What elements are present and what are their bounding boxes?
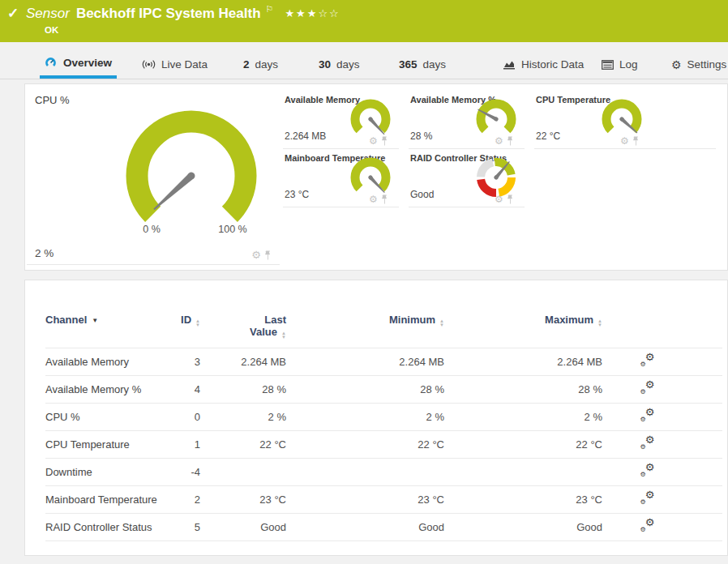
gauge-tile-cpu-temperature[interactable]: CPU Temperature 22 °C ⚙ <box>534 91 716 149</box>
gauge-icon <box>45 57 58 69</box>
tab-live-data[interactable]: Live Data <box>137 50 212 79</box>
tab-30-days[interactable]: 30days <box>314 50 365 79</box>
sensor-header: ✓ SensorBeckhoff IPC System Health⚐★★★☆☆… <box>0 0 728 42</box>
gauge-corner-icons[interactable]: ⚙ <box>620 136 640 146</box>
table-row-available-memory: Available Memory % 4 28 % 28 % 28 % ⚙⚙ <box>45 375 722 403</box>
tab-log[interactable]: Log <box>597 50 643 79</box>
sort-icon: ▲▼ <box>597 319 602 327</box>
channel-settings-icon[interactable]: ⚙⚙ <box>640 382 655 395</box>
column-header-id[interactable]: ID▲▼ <box>163 314 203 348</box>
sort-icon: ▲▼ <box>439 319 444 327</box>
gauge-settings-gear-icon[interactable]: ⚙ <box>495 136 503 146</box>
gauge-tile-cpu-percent[interactable]: CPU % 0 % 100 % 2 % ⚙ <box>27 84 280 265</box>
sort-icon: ▲▼ <box>195 319 200 327</box>
gauge-value: Good <box>410 189 434 200</box>
gauge-tile-raid-controller-status[interactable]: RAID Controller Status Good ⚙ <box>409 149 525 207</box>
gauge-tile-mainboard-temperature[interactable]: Mainboard Temperature 23 °C ⚙ <box>283 149 399 207</box>
status-ok-check-icon: ✓ <box>7 5 19 22</box>
table-row-cpu: CPU % 0 2 % 2 % 2 % ⚙⚙ <box>45 403 722 430</box>
cell-last-value: 28 % <box>203 383 293 395</box>
cell-minimum: 28 % <box>293 383 451 395</box>
channel-settings-icon[interactable]: ⚙⚙ <box>640 464 655 477</box>
channel-settings-icon[interactable]: ⚙⚙ <box>640 519 655 532</box>
channel-settings-icon[interactable]: ⚙⚙ <box>640 437 655 450</box>
cell-channel: Downtime <box>45 466 163 478</box>
tab-2-days[interactable]: 2days <box>238 50 283 79</box>
pin-icon <box>632 136 640 146</box>
pin-icon <box>507 136 514 146</box>
tab-bar: Overview Live Data2days30days365days His… <box>0 50 728 79</box>
cell-id: 3 <box>163 356 203 368</box>
column-header-last-value[interactable]: Last Value▲▼ <box>203 314 293 348</box>
broadcast-icon <box>142 59 156 70</box>
cell-id: 1 <box>163 438 203 451</box>
raid-controller-status-gauge <box>474 155 518 199</box>
cell-id: 2 <box>163 494 203 506</box>
column-header-channel[interactable]: Channel▼ <box>45 314 163 348</box>
priority-stars[interactable]: ★★★☆☆ <box>285 7 340 19</box>
cell-id: -4 <box>163 466 203 478</box>
cell-id: 4 <box>163 383 203 395</box>
pin-icon <box>507 194 514 204</box>
cell-channel: CPU Temperature <box>45 438 163 451</box>
stars-filled: ★★★ <box>285 7 318 19</box>
tab-settings[interactable]: ⚙Settings <box>666 50 728 79</box>
sort-icon: ▲▼ <box>281 331 286 340</box>
channel-settings-icon[interactable]: ⚙⚙ <box>640 409 655 422</box>
gauge-value: 23 °C <box>285 189 309 200</box>
gauges-panel: CPU % 0 % 100 % 2 % ⚙ Available Memory 2… <box>24 83 728 271</box>
tab-label: days <box>255 58 279 70</box>
gauge-corner-icons[interactable]: ⚙ <box>251 250 272 260</box>
cell-minimum: 22 °C <box>293 438 451 451</box>
gauge-value: 2.264 MB <box>285 130 326 142</box>
cell-maximum: Good <box>451 521 609 533</box>
cell-last-value: 22 °C <box>203 438 293 451</box>
channel-settings-icon[interactable]: ⚙⚙ <box>640 354 655 367</box>
cell-minimum: 2 % <box>293 411 451 423</box>
table-row-cpu-temperature: CPU Temperature 1 22 °C 22 °C 22 °C ⚙⚙ <box>45 430 722 458</box>
cell-maximum: 2.264 MB <box>451 356 609 368</box>
gauge-corner-icons[interactable]: ⚙ <box>495 194 514 204</box>
gauge-corner-icons[interactable]: ⚙ <box>495 136 514 146</box>
gauge-settings-gear-icon[interactable]: ⚙ <box>369 194 378 204</box>
channels-panel: Channel▼ ID▲▼ Last Value▲▼ Minimum▲▼ Max… <box>24 280 728 556</box>
tab-label: Historic Data <box>521 58 584 70</box>
tab-overview[interactable]: Overview <box>40 50 117 79</box>
tab-label: days <box>336 58 360 70</box>
gauge-value: 28 % <box>410 130 432 142</box>
pin-icon <box>381 136 388 146</box>
priority-flag-icon[interactable]: ⚐ <box>266 4 274 14</box>
gauge-corner-icons[interactable]: ⚙ <box>369 194 388 204</box>
pin-icon <box>264 250 272 260</box>
log-icon <box>602 60 614 70</box>
stars-empty: ☆☆ <box>318 7 340 19</box>
sensor-titleline: SensorBeckhoff IPC System Health⚐★★★☆☆ <box>26 4 340 22</box>
tab-historic-data[interactable]: Historic Data <box>498 50 589 79</box>
gauge-corner-icons[interactable]: ⚙ <box>369 136 388 146</box>
cell-last-value: Good <box>203 521 293 533</box>
cell-minimum: 23 °C <box>293 494 451 506</box>
cell-maximum: 28 % <box>451 383 609 395</box>
channels-table-header: Channel▼ ID▲▼ Last Value▲▼ Minimum▲▼ Max… <box>45 301 722 348</box>
cell-last-value: 23 °C <box>203 494 293 506</box>
column-header-maximum[interactable]: Maximum▲▼ <box>451 314 609 348</box>
cell-minimum: 2.264 MB <box>293 356 451 368</box>
gauge-tile-available-memory[interactable]: Available Memory % 28 % ⚙ <box>409 91 525 149</box>
gauge-settings-gear-icon[interactable]: ⚙ <box>251 250 261 260</box>
gauge-settings-gear-icon[interactable]: ⚙ <box>369 136 378 146</box>
sort-desc-icon: ▼ <box>92 317 98 324</box>
table-row-raid-controller-status: RAID Controller Status 5 Good Good Good … <box>45 513 722 540</box>
pin-icon <box>381 194 388 204</box>
tab-number: 2 <box>243 58 250 70</box>
gauge-tile-available-memory[interactable]: Available Memory 2.264 MB ⚙ <box>283 91 399 149</box>
channel-settings-icon[interactable]: ⚙⚙ <box>640 492 655 505</box>
tab-365-days[interactable]: 365days <box>394 50 451 79</box>
object-kind-label: Sensor <box>26 6 70 21</box>
gauge-settings-gear-icon[interactable]: ⚙ <box>620 136 629 146</box>
tab-label: Overview <box>63 57 112 69</box>
tab-number: 30 <box>319 58 331 70</box>
tab-label: days <box>423 58 447 70</box>
gauge-settings-gear-icon[interactable]: ⚙ <box>495 194 503 204</box>
column-header-minimum[interactable]: Minimum▲▼ <box>293 314 451 348</box>
cell-id: 5 <box>163 521 203 533</box>
